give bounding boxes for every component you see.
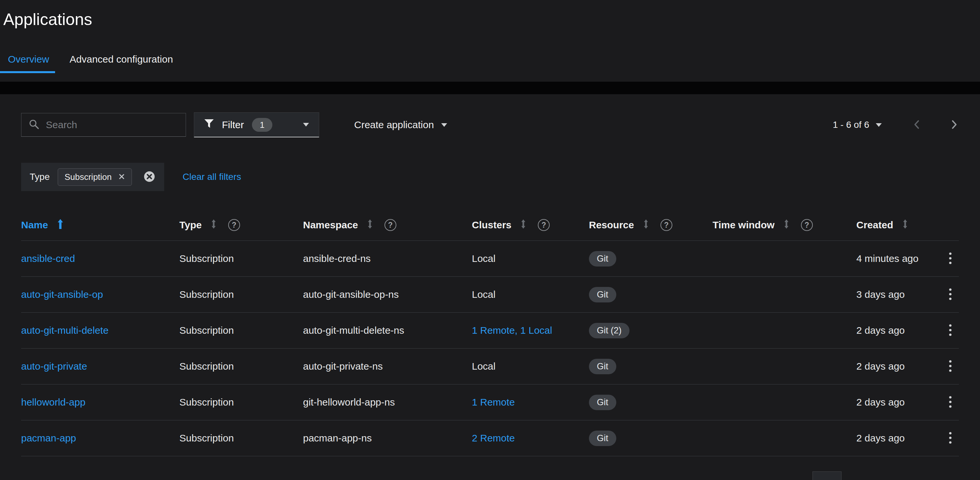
sort-ascending-icon bbox=[57, 219, 64, 231]
next-page-button[interactable] bbox=[950, 117, 959, 132]
column-header-namespace[interactable]: Namespace ? bbox=[303, 219, 472, 231]
row-actions-kebab-button[interactable] bbox=[944, 285, 957, 305]
application-name-link[interactable]: auto-git-multi-delete bbox=[21, 325, 108, 336]
resource-badge: Git (2) bbox=[589, 323, 630, 338]
column-header-type[interactable]: Type ? bbox=[180, 219, 303, 231]
content-area: Filter 1 Create application 1 - 6 of 6 bbox=[0, 94, 980, 477]
created-cell: 2 days ago bbox=[856, 325, 938, 336]
applications-page: Applications Overview Advanced configura… bbox=[0, 0, 980, 477]
chevron-down-icon bbox=[441, 123, 447, 127]
toolbar: Filter 1 Create application 1 - 6 of 6 bbox=[21, 112, 959, 137]
clusters-cell[interactable]: 2 Remote bbox=[472, 432, 515, 444]
application-name-link[interactable]: auto-git-ansible-op bbox=[21, 289, 103, 300]
clusters-cell: Local bbox=[472, 361, 496, 372]
created-cell: 3 days ago bbox=[856, 289, 938, 300]
page-title: Applications bbox=[3, 9, 980, 30]
resource-badge: Git bbox=[589, 251, 616, 266]
application-name-link[interactable]: helloworld-app bbox=[21, 397, 85, 407]
tab-overview[interactable]: Overview bbox=[3, 53, 54, 73]
filter-chip: Subscription bbox=[58, 168, 132, 186]
clusters-cell: Local bbox=[472, 253, 496, 264]
create-application-label: Create application bbox=[354, 119, 434, 130]
sort-icon bbox=[367, 219, 373, 231]
chevron-left-icon bbox=[912, 117, 921, 132]
resource-badge: Git bbox=[589, 287, 616, 303]
help-icon[interactable]: ? bbox=[660, 219, 672, 231]
table-row: auto-git-multi-delete Subscription auto-… bbox=[21, 313, 959, 349]
application-name-link[interactable]: ansible-cred bbox=[21, 253, 75, 264]
help-icon[interactable]: ? bbox=[801, 219, 813, 231]
clear-all-filters-link[interactable]: Clear all filters bbox=[183, 172, 241, 182]
search-input[interactable] bbox=[45, 119, 178, 131]
tabs: Overview Advanced configuration bbox=[3, 53, 980, 73]
column-header-resource[interactable]: Resource ? bbox=[589, 219, 713, 231]
sort-icon bbox=[902, 219, 908, 231]
sort-icon bbox=[783, 219, 790, 231]
column-header-time-window[interactable]: Time window ? bbox=[713, 219, 856, 231]
filter-chip-group: Type Subscription bbox=[21, 163, 164, 191]
remove-chip-button[interactable] bbox=[118, 173, 125, 181]
namespace-cell: ansible-cred-ns bbox=[303, 253, 472, 264]
sort-icon bbox=[643, 219, 649, 231]
resource-badge: Git bbox=[589, 394, 616, 410]
type-cell: Subscription bbox=[180, 325, 303, 336]
create-application-dropdown[interactable]: Create application bbox=[352, 119, 449, 131]
tab-advanced-configuration-label: Advanced configuration bbox=[70, 54, 173, 65]
table-row: auto-git-private Subscription auto-git-p… bbox=[21, 349, 959, 385]
application-name-link[interactable]: pacman-app bbox=[21, 432, 76, 444]
resource-badge: Git bbox=[589, 359, 616, 374]
row-actions-kebab-button[interactable] bbox=[944, 320, 957, 341]
filter-dropdown-label: Filter bbox=[222, 119, 244, 130]
filter-count-badge: 1 bbox=[252, 118, 272, 132]
pagination-range-label: 1 - 6 of 6 bbox=[833, 120, 869, 130]
help-icon[interactable]: ? bbox=[385, 219, 396, 231]
created-cell: 2 days ago bbox=[856, 397, 938, 408]
kebab-icon bbox=[948, 251, 952, 266]
search-icon bbox=[29, 119, 39, 131]
search-box bbox=[21, 113, 186, 137]
filter-chip-label: Subscription bbox=[65, 172, 112, 182]
namespace-cell: auto-git-ansible-op-ns bbox=[303, 289, 472, 300]
chevron-down-icon bbox=[876, 123, 882, 127]
tab-advanced-configuration[interactable]: Advanced configuration bbox=[65, 53, 178, 73]
clusters-cell[interactable]: 1 Remote, 1 Local bbox=[472, 325, 552, 336]
help-icon[interactable]: ? bbox=[228, 219, 240, 231]
table-row: auto-git-ansible-op Subscription auto-gi… bbox=[21, 277, 959, 313]
header-divider bbox=[0, 82, 980, 94]
tab-overview-label: Overview bbox=[8, 54, 49, 65]
kebab-icon bbox=[948, 287, 952, 302]
applications-table: Name Type ? Namespace bbox=[21, 209, 959, 456]
pagination-bottom-toggle[interactable] bbox=[813, 471, 842, 480]
column-header-name[interactable]: Name bbox=[21, 219, 180, 231]
filter-dropdown-button[interactable]: Filter 1 bbox=[194, 112, 319, 137]
sort-icon bbox=[520, 219, 527, 231]
table-row: pacman-app Subscription pacman-app-ns 2 … bbox=[21, 420, 959, 456]
chevron-down-icon bbox=[303, 123, 309, 127]
pagination-menu-toggle[interactable]: 1 - 6 of 6 bbox=[830, 119, 884, 130]
row-actions-kebab-button[interactable] bbox=[944, 392, 957, 412]
column-header-created[interactable]: Created bbox=[856, 219, 938, 231]
clusters-cell[interactable]: 1 Remote bbox=[472, 397, 515, 407]
kebab-icon bbox=[948, 395, 952, 410]
row-actions-kebab-button[interactable] bbox=[944, 428, 957, 448]
resource-badge: Git bbox=[589, 431, 616, 446]
page-header: Applications Overview Advanced configura… bbox=[0, 0, 980, 82]
type-cell: Subscription bbox=[180, 289, 303, 300]
clusters-cell: Local bbox=[472, 289, 496, 300]
help-icon[interactable]: ? bbox=[538, 219, 550, 231]
type-cell: Subscription bbox=[180, 432, 303, 444]
previous-page-button[interactable] bbox=[912, 117, 921, 132]
row-actions-kebab-button[interactable] bbox=[944, 249, 957, 269]
type-cell: Subscription bbox=[180, 361, 303, 372]
application-name-link[interactable]: auto-git-private bbox=[21, 361, 87, 372]
table-header: Name Type ? Namespace bbox=[21, 209, 959, 241]
namespace-cell: auto-git-private-ns bbox=[303, 361, 472, 372]
namespace-cell: auto-git-multi-delete-ns bbox=[303, 325, 472, 336]
column-header-clusters[interactable]: Clusters ? bbox=[472, 219, 589, 231]
times-circle-icon bbox=[143, 170, 156, 184]
clear-chip-group-button[interactable] bbox=[143, 170, 156, 184]
created-cell: 2 days ago bbox=[856, 432, 938, 444]
kebab-icon bbox=[948, 431, 952, 446]
kebab-icon bbox=[948, 323, 952, 338]
row-actions-kebab-button[interactable] bbox=[944, 356, 957, 377]
